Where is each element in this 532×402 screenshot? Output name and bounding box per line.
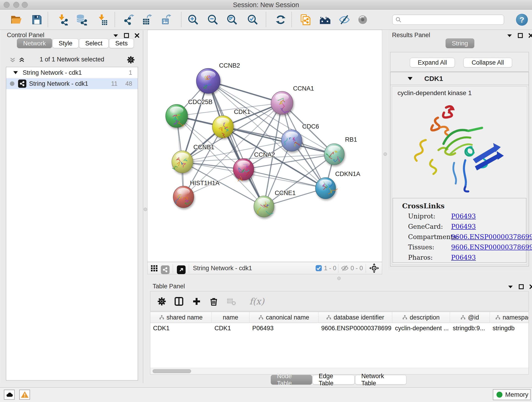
hidden-eye-slash-icon[interactable] [341,262,349,274]
table-cell[interactable]: CDK1 [212,323,249,333]
network-node-HIST1H1A[interactable] [173,186,194,208]
crosslink-link[interactable]: 9606.ENSP00000378699 [451,233,532,241]
tab-sets[interactable]: Sets [109,38,134,48]
export-image-icon[interactable] [161,14,173,26]
function-builder-icon[interactable]: f(x) [244,296,269,307]
table-settings-gear-icon[interactable] [156,296,167,307]
tab-network[interactable]: Network [17,38,52,48]
zoom-in-icon[interactable] [187,14,199,26]
panel-float-icon[interactable] [124,33,129,38]
import-network-database-icon[interactable] [75,14,87,26]
refresh-view-icon[interactable] [275,14,287,26]
left-splitter-handle[interactable] [144,208,147,211]
table-cell[interactable]: stringdb [490,323,529,333]
save-session-icon[interactable] [31,14,43,26]
tab-select[interactable]: Select [79,38,109,48]
search-field[interactable] [392,15,504,25]
zoom-fit-icon[interactable] [226,14,238,26]
scrollbar-thumb[interactable] [152,369,191,373]
column-header-namespace[interactable]: namespace [490,312,529,323]
column-header-database-identifier[interactable]: database identifier [318,312,392,323]
network-type-badge-icon[interactable] [161,264,170,276]
panel-float-icon[interactable] [518,33,523,38]
column-header-name[interactable]: name [212,312,249,323]
column-header-description[interactable]: description [392,312,450,323]
tab-edge-table[interactable]: Edge Table [312,375,355,385]
network-node-CDC6[interactable] [281,130,302,152]
table-cell[interactable]: stringdb:9... [450,323,490,333]
crosslink-link[interactable]: P06493 [451,254,476,261]
cloud-status-button[interactable] [4,390,15,400]
panel-float-icon[interactable] [519,284,524,289]
show-columns-icon[interactable] [173,296,184,307]
tab-string-results[interactable]: String [446,38,474,48]
network-node-RB1[interactable] [324,144,344,165]
panel-menu-caret-icon[interactable] [113,32,119,38]
table-cell[interactable]: 9606.ENSP00000378699 [318,323,392,333]
crosslink-link[interactable]: P06493 [451,223,476,230]
column-header--id[interactable]: @id [450,312,490,323]
panel-close-icon[interactable] [528,33,532,38]
memory-button[interactable]: Memory [493,389,531,400]
network-node-CDK1[interactable] [212,116,234,138]
panel-close-icon[interactable] [529,284,532,289]
node-label-CDC25B: CDC25B [188,99,213,105]
open-session-icon[interactable] [10,14,22,26]
network-collection-row[interactable]: String Network - cdk1 1 [6,67,138,78]
crosslink-link[interactable]: 9606.ENSP00000378699 [451,243,532,251]
open-in-window-icon[interactable] [177,264,186,276]
title-bar: Session: New Session [0,0,532,10]
table-row[interactable]: CDK1CDK1P064939606.ENSP00000378699cyclin… [150,323,529,333]
network-graph[interactable]: CCNB2CCNA1CDC25BCDK1CDC6RB1CCNB1CCNA2CDK… [147,30,382,262]
tree-expand-caret-icon[interactable] [13,70,19,76]
network-canvas[interactable]: CCNB2CCNA1CDC25BCDK1CDC6RB1CCNB1CCNA2CDK… [147,30,382,262]
import-network-file-icon[interactable] [57,14,69,26]
table-cell[interactable]: P06493 [249,323,318,333]
import-table-file-icon[interactable] [96,14,108,26]
add-column-icon[interactable] [191,296,202,307]
collapse-all-button[interactable]: Collapse All [463,58,512,67]
hide-panel-eye-slash-icon[interactable] [338,14,350,26]
protein-collapse-caret-icon[interactable] [407,75,413,82]
right-splitter-handle[interactable] [384,153,387,156]
tab-node-table[interactable]: Node Table [271,375,312,385]
network-node-CCNE1[interactable] [254,196,274,217]
table-cell[interactable]: cyclin-dependent ... [392,323,450,333]
zoom-selected-icon[interactable] [247,14,259,26]
tab-network-table[interactable]: Network Table [355,375,406,385]
panel-menu-caret-icon[interactable] [507,284,513,290]
selected-checkbox-icon[interactable] [315,262,322,274]
search-input[interactable] [402,16,504,24]
birdseye-grid-icon[interactable] [150,262,158,274]
network-node-CCNB1[interactable] [172,151,193,173]
network-row[interactable]: String Network - cdk1 11 48 [6,78,138,89]
home-networks-icon[interactable] [319,14,331,26]
network-node-CDC25B[interactable] [166,104,188,128]
network-node-CCNA1[interactable] [271,91,293,115]
export-table-icon[interactable] [142,14,154,26]
zoom-out-icon[interactable] [207,14,219,26]
table-cell[interactable]: CDK1 [150,323,212,333]
string-import-icon[interactable] [299,14,311,26]
network-edge[interactable] [244,169,326,188]
panel-menu-caret-icon[interactable] [507,32,513,38]
network-options-gear-icon[interactable] [127,56,135,64]
panel-close-icon[interactable] [134,33,140,38]
show-panel-eye-icon[interactable] [357,14,369,26]
delete-column-trash-icon[interactable] [208,296,219,307]
crosslink-link[interactable]: P06493 [451,212,476,220]
column-header-shared-name[interactable]: shared name [150,312,212,323]
tab-style[interactable]: Style [52,38,79,48]
help-button[interactable]: ? [516,14,528,26]
column-header-canonical-name[interactable]: canonical name [249,312,318,323]
export-network-icon[interactable] [123,14,135,26]
warnings-button[interactable] [19,390,30,400]
expand-all-button[interactable]: Expand All [410,58,455,67]
network-node-CCNB2[interactable] [196,68,220,93]
bottom-splitter-handle[interactable] [337,277,341,280]
delete-table-icon[interactable] [226,296,237,307]
network-edge[interactable] [208,81,264,206]
protein-header-row[interactable]: CDK1 [390,72,529,85]
network-node-CDKN1A[interactable] [316,178,337,199]
birdseye-toggle-icon[interactable] [369,262,379,274]
